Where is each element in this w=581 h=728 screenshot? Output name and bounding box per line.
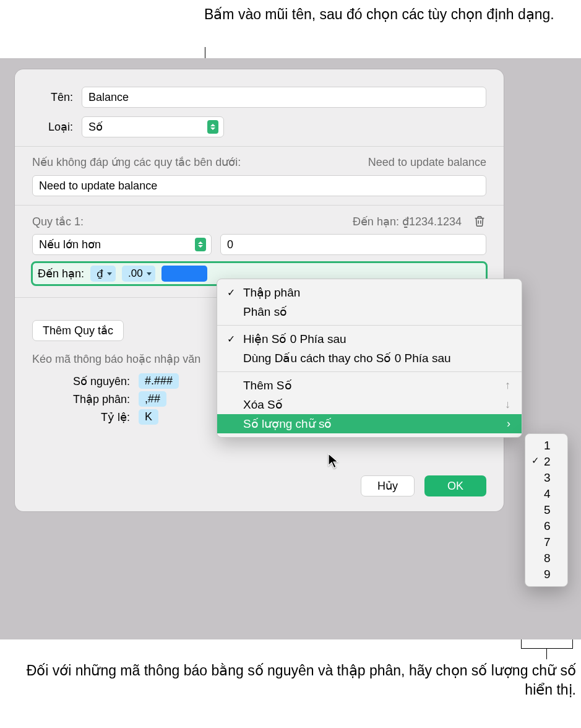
submenu-item-5[interactable]: 5	[525, 502, 567, 518]
selected-token[interactable]	[161, 266, 207, 282]
submenu-item-2[interactable]: 2	[525, 454, 567, 470]
submenu-item-4[interactable]: 4	[525, 486, 567, 502]
trash-icon[interactable]	[473, 214, 486, 229]
fallback-field[interactable]: Need to update balance	[32, 175, 486, 196]
submenu-item-7[interactable]: 7	[525, 534, 567, 550]
menu-item-remove-digit[interactable]: Xóa Số ↓	[217, 395, 522, 414]
name-field[interactable]: Balance	[82, 87, 486, 108]
chevron-updown-icon	[195, 238, 206, 251]
callout-bottom: Đối với những mã thông báo bằng số nguyê…	[0, 661, 576, 700]
cancel-button[interactable]: Hủy	[361, 475, 415, 496]
callout-top: Bấm vào mũi tên, sau đó chọn các tùy chọ…	[204, 5, 554, 24]
menu-item-trailing-zeros[interactable]: Hiện Số 0 Phía sau	[217, 329, 522, 349]
up-arrow-icon: ↑	[505, 379, 510, 392]
type-select[interactable]: Số	[82, 116, 224, 137]
condition-value-field[interactable]: 0	[220, 234, 486, 255]
currency-token-value: ₫	[97, 267, 103, 280]
chevron-down-icon	[147, 272, 152, 275]
menu-item-digit-count[interactable]: Số lượng chữ số ›	[217, 414, 522, 433]
menu-item-decimal[interactable]: Thập phân	[217, 283, 522, 302]
menu-item-add-digit[interactable]: Thêm Số ↑	[217, 376, 522, 395]
condition-select[interactable]: Nếu lớn hơn	[32, 234, 212, 255]
integer-token-label: Số nguyên:	[15, 375, 139, 388]
digit-count-submenu: 123456789	[525, 433, 568, 587]
chevron-right-icon: ›	[507, 417, 510, 430]
decimals-token[interactable]: .00	[122, 266, 155, 282]
divider	[15, 205, 504, 206]
decimals-token-value: .00	[128, 267, 143, 280]
format-popup-menu: Thập phân Phân số Hiện Số 0 Phía sau Dùn…	[217, 279, 522, 438]
fallback-label: Nếu không đáp ứng các quy tắc bên dưới:	[32, 155, 241, 169]
submenu-item-6[interactable]: 6	[525, 518, 567, 534]
scale-token-label: Tỷ lệ:	[15, 410, 139, 424]
scale-token[interactable]: K	[139, 409, 158, 425]
add-rule-button[interactable]: Thêm Quy tắc	[32, 320, 124, 341]
chevron-updown-icon	[207, 120, 218, 134]
decimal-token[interactable]: ,##	[139, 391, 166, 407]
rule-title: Quy tắc 1:	[32, 215, 84, 228]
submenu-item-8[interactable]: 8	[525, 550, 567, 566]
fallback-preview: Need to update balance	[368, 156, 486, 169]
menu-separator	[217, 371, 522, 372]
divider	[15, 146, 504, 147]
decimal-token-label: Thập phân:	[15, 392, 139, 406]
output-label: Đến hạn:	[38, 267, 84, 280]
down-arrow-icon: ↓	[505, 398, 510, 411]
cursor-icon	[328, 453, 340, 469]
integer-token[interactable]: #.###	[139, 373, 179, 389]
ok-button[interactable]: OK	[424, 475, 486, 496]
name-label: Tên:	[32, 91, 82, 104]
submenu-item-3[interactable]: 3	[525, 470, 567, 486]
callout-bracket	[521, 639, 572, 657]
type-label: Loại:	[32, 120, 82, 134]
menu-item-space-zeros[interactable]: Dùng Dấu cách thay cho Số 0 Phía sau	[217, 349, 522, 368]
condition-select-value: Nếu lớn hơn	[39, 238, 101, 251]
menu-item-fraction[interactable]: Phân số	[217, 302, 522, 321]
menu-separator	[217, 325, 522, 326]
rule-preview: Đến hạn: ₫1234.1234	[353, 215, 462, 228]
type-select-value: Số	[88, 120, 103, 134]
currency-token[interactable]: ₫	[90, 266, 116, 282]
chevron-down-icon	[107, 272, 112, 275]
submenu-item-1[interactable]: 1	[525, 438, 567, 454]
submenu-item-9[interactable]: 9	[525, 566, 567, 583]
